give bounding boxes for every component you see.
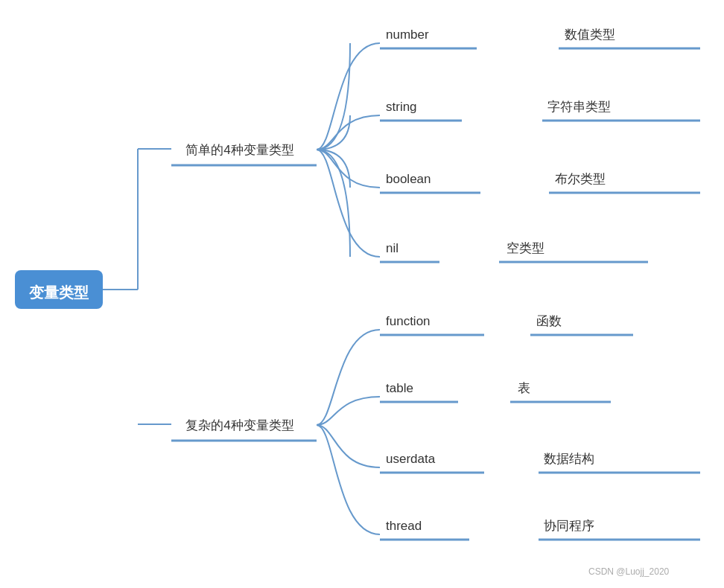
table-cn-label: 表 bbox=[518, 381, 530, 395]
simple-branch-label: 简单的4种变量类型 bbox=[185, 143, 293, 157]
complex-branch-label: 复杂的4种变量类型 bbox=[185, 418, 293, 432]
s-to-number bbox=[317, 43, 380, 150]
simple-spine-top bbox=[317, 43, 350, 150]
boolean-cn-label: 布尔类型 bbox=[555, 172, 606, 186]
thread-en-label: thread bbox=[386, 519, 422, 533]
table-en-label: table bbox=[386, 381, 413, 395]
string-en-label: string bbox=[386, 100, 417, 114]
userdata-en-label: userdata bbox=[386, 452, 436, 466]
simple-spine-bottom bbox=[317, 150, 350, 257]
boolean-en-label: boolean bbox=[386, 172, 431, 186]
s-to-string bbox=[317, 115, 380, 150]
s-to-nil bbox=[317, 150, 380, 257]
c-to-thread bbox=[317, 425, 380, 534]
thread-cn-label: 协同程序 bbox=[544, 519, 594, 533]
number-cn-label: 数值类型 bbox=[565, 28, 615, 42]
nil-en-label: nil bbox=[386, 241, 398, 255]
c-to-function bbox=[317, 330, 380, 425]
function-cn-label: 函数 bbox=[536, 314, 562, 328]
string-cn-label: 字符串类型 bbox=[547, 100, 611, 114]
number-en-label: number bbox=[386, 28, 429, 42]
userdata-cn-label: 数据结构 bbox=[544, 452, 594, 466]
c-to-table bbox=[317, 397, 380, 425]
simple-to-boolean bbox=[317, 150, 350, 188]
s-to-boolean bbox=[317, 150, 380, 188]
root-label: 变量类型 bbox=[29, 284, 89, 301]
mind-map-diagram: 变量类型 简单的4种变量类型 复杂的4种变量类型 bbox=[0, 0, 724, 588]
nil-cn-label: 空类型 bbox=[507, 241, 544, 255]
simple-to-string bbox=[317, 115, 350, 150]
watermark: CSDN @Luojj_2020 bbox=[588, 566, 670, 577]
function-en-label: function bbox=[386, 314, 431, 328]
c-to-userdata bbox=[317, 425, 380, 467]
